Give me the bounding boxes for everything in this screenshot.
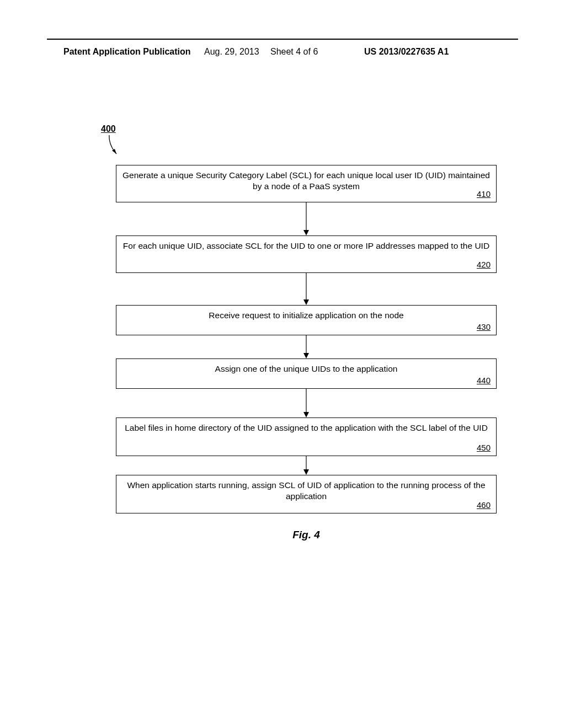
arrow-down-icon: [301, 273, 312, 305]
step-number: 440: [477, 375, 491, 386]
svg-marker-2: [303, 230, 309, 235]
step-number: 430: [477, 322, 491, 333]
reference-arrow-icon: [106, 134, 129, 160]
step-text: Label files in home directory of the UID…: [125, 423, 488, 432]
step-text: When application starts running, assign …: [127, 480, 485, 501]
arrow-down-icon: [301, 456, 312, 475]
flow-connector: [116, 202, 497, 235]
flow-connector: [116, 456, 497, 475]
flow-connector: [116, 273, 497, 305]
flow-connector: [116, 389, 497, 417]
svg-marker-0: [112, 149, 116, 154]
step-number: 460: [477, 500, 491, 511]
step-text: Assign one of the unique UIDs to the app…: [215, 364, 398, 373]
svg-marker-4: [303, 299, 309, 305]
flow-boxes: Generate a unique Security Category Labe…: [116, 165, 497, 513]
pub-number: US 2013/0227635 A1: [364, 47, 449, 57]
sheet-number: Sheet 4 of 6: [270, 47, 318, 57]
arrow-down-icon: [301, 335, 312, 358]
svg-marker-8: [303, 412, 309, 417]
flow-step: Assign one of the unique UIDs to the app…: [116, 358, 497, 389]
arrow-down-icon: [301, 202, 312, 235]
figure-caption: Fig. 4: [116, 529, 497, 541]
flow-step: When application starts running, assign …: [116, 475, 497, 513]
pub-date: Aug. 29, 2013: [204, 47, 259, 57]
flow-step: Receive request to initialize applicatio…: [116, 305, 497, 335]
flow-step: For each unique UID, associate SCL for t…: [116, 235, 497, 273]
step-number: 410: [477, 189, 491, 200]
svg-marker-10: [303, 469, 309, 475]
header-rule: [47, 39, 518, 40]
svg-marker-6: [303, 353, 309, 358]
step-text: Generate a unique Security Category Labe…: [122, 170, 490, 191]
figure-ref-label: 400: [101, 124, 116, 133]
step-number: 420: [477, 259, 491, 270]
page-header: Patent Application Publication Aug. 29, …: [0, 47, 565, 63]
pub-title: Patent Application Publication: [63, 47, 191, 57]
flowchart-container: 400 Generate a unique Security Category …: [97, 124, 497, 541]
flow-step: Label files in home directory of the UID…: [116, 417, 497, 456]
step-text: For each unique UID, associate SCL for t…: [123, 241, 489, 250]
step-text: Receive request to initialize applicatio…: [209, 311, 403, 320]
flow-step: Generate a unique Security Category Labe…: [116, 165, 497, 202]
flow-connector: [116, 335, 497, 358]
step-number: 450: [477, 442, 491, 453]
arrow-down-icon: [301, 389, 312, 417]
